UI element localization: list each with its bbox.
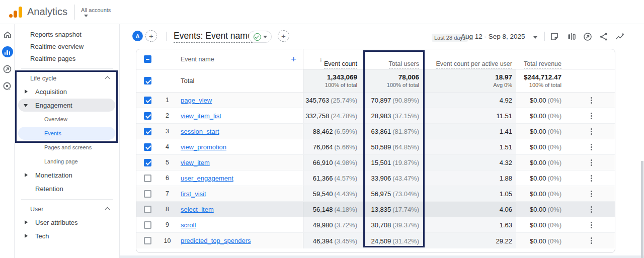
sidebar-item-realtime-overview[interactable]: Realtime overview (15, 40, 119, 52)
total-per-user-cell: 18.97 Avg 0% (423, 69, 516, 92)
date-range-picker[interactable]: Aug 12 - Sep 8, 2025 (461, 33, 525, 40)
total-users-cell: 70,897(90.89%) (361, 93, 423, 108)
dimension-header[interactable]: Event name (181, 56, 214, 63)
row-number: 1 (159, 97, 176, 104)
account-switcher-label: All accounts (81, 7, 111, 13)
sidebar-section-life-cycle[interactable]: Life cycle (15, 72, 119, 84)
horizontal-scrollbar-track[interactable] (120, 255, 644, 258)
sidebar-item-monetization[interactable]: Monetization (18, 168, 115, 182)
table-row: 5 view_item 66,910(4.98%) 15,501(19.87%)… (136, 155, 615, 170)
per-user-cell: 1.88 (423, 170, 516, 186)
comparison-icon[interactable] (566, 31, 578, 43)
row-menu-icon[interactable] (589, 142, 594, 152)
event-count-cell: 49,980(3.72%) (303, 217, 361, 232)
row-menu-icon[interactable] (589, 126, 594, 137)
row-menu-icon[interactable] (589, 235, 594, 246)
sidebar-section-user[interactable]: User (15, 203, 119, 215)
comparison-badge[interactable]: A (132, 31, 143, 41)
row-checkbox[interactable] (144, 128, 151, 135)
divider (166, 32, 167, 41)
total-users-header[interactable]: Total users (361, 49, 423, 69)
trending-analysis-icon[interactable] (614, 31, 626, 43)
add-comparison-button[interactable]: + (145, 30, 157, 42)
per-user-cell: 1.63 (423, 217, 516, 232)
event-count-header[interactable]: ↓ Event count (303, 49, 361, 69)
event-name-link[interactable]: first_visit (181, 190, 206, 198)
row-checkbox[interactable] (144, 143, 151, 151)
row-checkbox[interactable] (144, 221, 151, 229)
sidebar-item-landing-page[interactable]: Landing page (18, 155, 115, 168)
event-name-link[interactable]: select_item (181, 206, 214, 213)
per-user-cell: 11.51 (423, 108, 516, 123)
sidebar-item-pages-and-screens[interactable]: Pages and screens (18, 141, 115, 154)
total-users-cell: 28,983(37.15%) (361, 108, 423, 123)
sidebar-item-engagement[interactable]: Engagement (18, 99, 115, 112)
vertical-scrollbar-thumb[interactable] (641, 161, 643, 258)
event-name-link[interactable]: view_item_list (181, 112, 221, 120)
sidebar-item-user-attributes[interactable]: User attributes (18, 216, 115, 229)
sidebar-item-acquisition[interactable]: Acquisition (18, 85, 115, 98)
row-number: 9 (159, 221, 176, 228)
total-event-count-cell: 1,343,069 100% of total (303, 69, 361, 92)
insights-icon[interactable] (582, 31, 594, 43)
row-checkbox[interactable] (144, 77, 151, 84)
chevron-up-icon (105, 207, 110, 212)
add-dimension-icon[interactable]: + (291, 54, 296, 65)
select-all-checkbox[interactable] (144, 55, 151, 63)
sidebar-item-retention[interactable]: Retention (18, 182, 115, 195)
total-users-cell: 15,501(19.87%) (361, 155, 423, 170)
expand-arrow-icon (25, 234, 28, 238)
add-filter-button[interactable]: + (278, 30, 289, 42)
sidebar-item-events[interactable]: Events (18, 127, 115, 140)
table-total-row: Total 1,343,069 100% of total 78,006 100… (136, 69, 615, 93)
advertising-icon[interactable] (0, 79, 15, 93)
row-menu-icon[interactable] (589, 95, 594, 106)
event-count-per-active-user-header[interactable]: Event count per active user (423, 49, 516, 69)
sidebar-item-realtime-pages[interactable]: Realtime pages (15, 52, 119, 64)
account-switcher[interactable]: All accounts (81, 7, 111, 17)
sidebar-item-tech[interactable]: Tech (18, 229, 115, 242)
events-table: Event name + ↓ Event count Total users E… (136, 49, 615, 253)
revenue-cell: $0.00(0%) (516, 124, 568, 139)
row-checkbox[interactable] (144, 237, 151, 244)
home-icon[interactable] (0, 28, 15, 41)
row-menu-icon[interactable] (589, 157, 594, 168)
event-name-link[interactable]: view_promotion (181, 143, 226, 151)
event-name-link[interactable]: session_start (181, 128, 219, 135)
row-checkbox[interactable] (144, 175, 151, 182)
row-number: 5 (159, 159, 176, 166)
row-menu-icon[interactable] (589, 220, 594, 230)
sidebar-item-overview[interactable]: Overview (18, 113, 115, 126)
row-menu-icon[interactable] (589, 204, 594, 215)
report-sidebar: Reports snapshot Realtime overview Realt… (15, 24, 120, 258)
per-user-cell: 4.92 (423, 93, 516, 108)
total-users-cell: 33,906(43.47%) (361, 170, 423, 186)
reports-icon[interactable] (0, 45, 15, 58)
row-menu-icon[interactable] (589, 111, 594, 121)
total-users-cell: 24,509(31.42%) (361, 233, 423, 248)
explore-icon[interactable] (0, 62, 15, 75)
row-checkbox[interactable] (144, 97, 151, 104)
report-title[interactable]: Events: Event name (174, 31, 253, 43)
row-menu-icon[interactable] (589, 189, 594, 199)
event-count-cell: 59,540(4.43%) (303, 186, 361, 201)
event-name-link[interactable]: user_engagement (181, 175, 233, 182)
row-checkbox[interactable] (144, 112, 151, 120)
sidebar-item-reports-snapshot[interactable]: Reports snapshot (15, 28, 119, 40)
event-name-link[interactable]: page_view (181, 97, 212, 104)
event-name-link[interactable]: scroll (181, 221, 196, 229)
product-name: Analytics (27, 6, 67, 18)
notes-icon[interactable] (548, 31, 560, 43)
expand-arrow-icon (25, 90, 28, 94)
total-users-cell: 50,589(64.85%) (361, 139, 423, 154)
event-name-link[interactable]: view_item (181, 159, 210, 166)
row-menu-icon[interactable] (589, 173, 594, 184)
total-revenue-header[interactable]: Total revenue (516, 49, 568, 69)
share-icon[interactable] (598, 31, 610, 43)
event-filter-chip[interactable] (249, 31, 272, 43)
revenue-cell: $0.00(0%) (516, 186, 568, 201)
row-checkbox[interactable] (144, 190, 151, 198)
row-checkbox[interactable] (144, 159, 151, 166)
row-checkbox[interactable] (144, 206, 151, 213)
event-name-link[interactable]: predicted_top_spenders (181, 237, 251, 244)
